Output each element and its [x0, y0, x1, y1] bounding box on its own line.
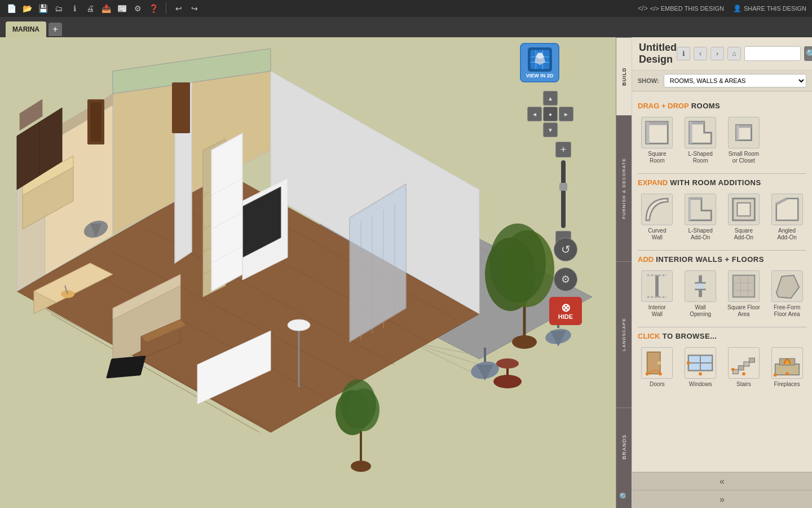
svg-point-134	[742, 372, 745, 375]
square-floor-icon	[728, 270, 760, 302]
vtab-search[interactable]: 🔍	[616, 485, 632, 508]
export-icon[interactable]: 📤	[100, 3, 112, 14]
svg-point-66	[489, 224, 546, 303]
square-addon-item[interactable]: SquareAdd-On	[725, 191, 764, 243]
svg-point-129	[687, 361, 690, 365]
new-file-icon[interactable]: 📄	[6, 3, 17, 14]
curved-wall-item[interactable]: CurvedWall	[638, 191, 677, 243]
info-icon[interactable]: ℹ	[69, 3, 80, 14]
fireplaces-item[interactable]: Fireplaces	[767, 345, 806, 390]
toolbar-left: 📄 📂 💾 🗂 ℹ 🖨 📤 📰 ⚙ ❓ ↩ ↪	[6, 3, 200, 14]
svg-marker-76	[211, 133, 242, 291]
square-addon-icon	[728, 194, 760, 225]
tab-marina[interactable]: MARINA	[6, 21, 46, 37]
svg-marker-120	[776, 275, 799, 299]
fireplaces-label: Fireplaces	[774, 381, 800, 388]
svg-rect-99	[736, 125, 739, 141]
save-icon[interactable]: 💾	[37, 3, 48, 14]
svg-rect-33	[172, 82, 190, 133]
toolbar: 📄 📂 💾 🗂 ℹ 🖨 📤 📰 ⚙ ❓ ↩ ↪ </> </> EMBED TH…	[0, 0, 812, 17]
square-floor-item[interactable]: Square FloorArea	[725, 268, 764, 320]
svg-rect-96	[690, 122, 692, 144]
collapse-up-button[interactable]: «	[632, 472, 812, 490]
help-icon[interactable]: ❓	[148, 3, 159, 14]
interior-wall-item[interactable]: InteriorWall	[638, 268, 677, 320]
embed-link[interactable]: </> </> EMBED THIS DESIGN	[638, 5, 724, 12]
svg-marker-94	[690, 122, 712, 144]
add-tab-button[interactable]: +	[48, 23, 62, 36]
panel-title: Untitled Design	[639, 42, 677, 65]
save-as-icon[interactable]: 🗂	[53, 3, 64, 14]
square-room-item[interactable]: SquareRoom	[638, 115, 677, 167]
panel-header: Untitled Design ℹ ‹ › ⌂ 🔍	[632, 37, 812, 71]
svg-marker-100	[690, 199, 712, 221]
print-icon[interactable]: 🖨	[85, 3, 96, 14]
vtab-furnish[interactable]: FURNISH & DECORATE	[616, 115, 632, 261]
svg-point-124	[659, 372, 662, 375]
design-canvas[interactable]: VIEW IN 2D ▲ ◄ ● ► ▼ + − ↺	[0, 37, 616, 508]
square-addon-label: SquareAdd-On	[734, 227, 753, 241]
redo-icon[interactable]: ↪	[189, 3, 200, 14]
panel-forward-button[interactable]: ›	[710, 47, 724, 60]
zoom-in-button[interactable]: +	[555, 142, 571, 157]
zoom-thumb[interactable]	[559, 183, 567, 191]
reset-view-button[interactable]: ↺	[554, 238, 577, 261]
undo-icon[interactable]: ↩	[173, 3, 184, 14]
browse-section-title: CLICK TO BROWSE...	[638, 332, 806, 340]
svg-point-58	[351, 461, 371, 472]
small-room-item[interactable]: Small Roomor Closet	[725, 115, 764, 167]
svg-rect-131	[738, 366, 744, 370]
svg-point-75	[496, 358, 519, 369]
wall-opening-item[interactable]: WallOpening	[681, 268, 720, 320]
doors-label: Doors	[650, 381, 665, 388]
panel-home-button[interactable]: ⌂	[727, 47, 741, 60]
interior-section-title: ADD INTERIOR WALLS + FLOORS	[638, 255, 806, 264]
vertical-tabs-strip: BUILD FURNISH & DECORATE LANDSCAPE BRAND…	[616, 37, 632, 508]
freeform-floor-item[interactable]: Free-FormFloor Area	[767, 268, 806, 320]
stairs-item[interactable]: Stairs	[725, 345, 764, 390]
l-shaped-room-item[interactable]: L-ShapedRoom	[681, 115, 720, 167]
svg-rect-104	[737, 203, 750, 216]
curved-wall-icon	[641, 194, 673, 225]
collapse-down-button[interactable]: »	[632, 490, 812, 508]
stairs-icon	[728, 347, 760, 379]
publish-icon[interactable]: 📰	[116, 3, 127, 14]
nav-center-button[interactable]: ●	[543, 107, 558, 121]
expand-grid: CurvedWall L-ShapedAdd-On	[638, 191, 806, 243]
panel-search-input[interactable]	[744, 46, 801, 61]
vtab-build[interactable]: BUILD	[616, 37, 632, 115]
panel-back-button[interactable]: ‹	[694, 47, 707, 60]
nav-down-button[interactable]: ▼	[543, 122, 558, 137]
nav-up-button[interactable]: ▲	[543, 91, 558, 106]
right-panel: Untitled Design ℹ ‹ › ⌂ 🔍 SHOW: ROOMS, W…	[632, 37, 812, 508]
show-dropdown[interactable]: ROOMS, WALLS & AREAS FURNITURE ALL	[664, 74, 806, 87]
view-2d-label: VIEW IN 2D	[526, 73, 554, 78]
wall-opening-label: WallOpening	[690, 304, 711, 318]
angled-addon-item[interactable]: AngledAdd-On	[767, 191, 806, 243]
vtab-landscape[interactable]: LANDSCAPE	[616, 261, 632, 408]
square-floor-label: Square FloorArea	[727, 304, 760, 318]
zoom-controls: + −	[555, 142, 571, 247]
options-button[interactable]: ⚙	[554, 268, 577, 291]
view-in-2d-button[interactable]: VIEW IN 2D	[520, 43, 559, 82]
vtab-brands[interactable]: BRANDS	[616, 408, 632, 485]
open-file-icon[interactable]: 📂	[21, 3, 33, 14]
nav-left-button[interactable]: ◄	[527, 107, 542, 121]
doors-item[interactable]: Doors	[638, 345, 677, 390]
settings-icon[interactable]: ⚙	[132, 3, 143, 14]
l-shaped-addon-item[interactable]: L-ShapedAdd-On	[681, 191, 720, 243]
panel-info-button[interactable]: ℹ	[677, 47, 690, 60]
windows-item[interactable]: Windows	[681, 345, 720, 390]
share-link[interactable]: 👤 SHARE THIS DESIGN	[733, 5, 806, 12]
svg-point-139	[774, 373, 777, 376]
nav-right-button[interactable]: ►	[559, 107, 573, 121]
hide-button[interactable]: ⊗ HIDE	[549, 297, 582, 325]
l-shaped-addon-label: L-ShapedAdd-On	[688, 227, 712, 241]
drag-drop-grid: SquareRoom L-ShapedRoom	[638, 115, 806, 167]
square-room-label: SquareRoom	[648, 151, 666, 164]
curved-wall-label: CurvedWall	[648, 227, 666, 241]
small-room-label: Small Roomor Closet	[729, 151, 759, 164]
panel-search-button[interactable]: 🔍	[804, 46, 812, 61]
square-room-icon	[641, 117, 673, 148]
svg-rect-114	[696, 283, 704, 289]
